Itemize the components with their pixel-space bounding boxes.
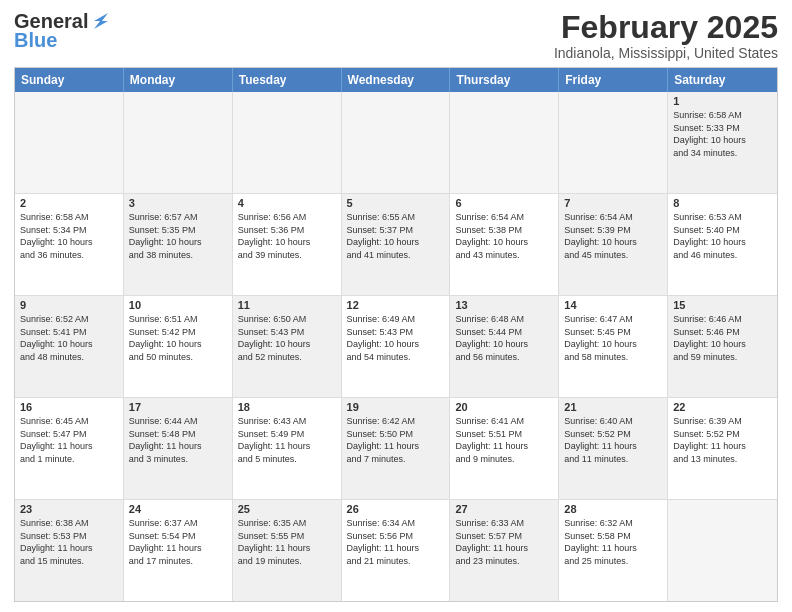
week-row-1: 2Sunrise: 6:58 AM Sunset: 5:34 PM Daylig… [15,194,777,296]
cal-cell-w1-d2: 4Sunrise: 6:56 AM Sunset: 5:36 PM Daylig… [233,194,342,295]
cal-cell-w0-d1 [124,92,233,193]
cal-cell-w1-d3: 5Sunrise: 6:55 AM Sunset: 5:37 PM Daylig… [342,194,451,295]
day-info: Sunrise: 6:51 AM Sunset: 5:42 PM Dayligh… [129,313,227,363]
calendar-header: Sunday Monday Tuesday Wednesday Thursday… [15,68,777,92]
day-number: 26 [347,503,445,515]
calendar-subtitle: Indianola, Mississippi, United States [554,45,778,61]
day-number: 28 [564,503,662,515]
cal-cell-w0-d3 [342,92,451,193]
cal-cell-w3-d5: 21Sunrise: 6:40 AM Sunset: 5:52 PM Dayli… [559,398,668,499]
day-number: 23 [20,503,118,515]
day-number: 3 [129,197,227,209]
day-number: 20 [455,401,553,413]
cal-cell-w2-d2: 11Sunrise: 6:50 AM Sunset: 5:43 PM Dayli… [233,296,342,397]
cal-cell-w3-d6: 22Sunrise: 6:39 AM Sunset: 5:52 PM Dayli… [668,398,777,499]
day-info: Sunrise: 6:53 AM Sunset: 5:40 PM Dayligh… [673,211,772,261]
day-number: 10 [129,299,227,311]
day-info: Sunrise: 6:33 AM Sunset: 5:57 PM Dayligh… [455,517,553,567]
day-info: Sunrise: 6:57 AM Sunset: 5:35 PM Dayligh… [129,211,227,261]
logo-blue: Blue [14,29,57,52]
cal-cell-w3-d1: 17Sunrise: 6:44 AM Sunset: 5:48 PM Dayli… [124,398,233,499]
day-number: 21 [564,401,662,413]
day-info: Sunrise: 6:34 AM Sunset: 5:56 PM Dayligh… [347,517,445,567]
week-row-0: 1Sunrise: 6:58 AM Sunset: 5:33 PM Daylig… [15,92,777,194]
cal-cell-w4-d0: 23Sunrise: 6:38 AM Sunset: 5:53 PM Dayli… [15,500,124,601]
day-info: Sunrise: 6:38 AM Sunset: 5:53 PM Dayligh… [20,517,118,567]
day-info: Sunrise: 6:48 AM Sunset: 5:44 PM Dayligh… [455,313,553,363]
day-info: Sunrise: 6:52 AM Sunset: 5:41 PM Dayligh… [20,313,118,363]
day-number: 22 [673,401,772,413]
day-number: 12 [347,299,445,311]
header-thursday: Thursday [450,68,559,92]
day-info: Sunrise: 6:58 AM Sunset: 5:34 PM Dayligh… [20,211,118,261]
cal-cell-w0-d4 [450,92,559,193]
header: General Blue February 2025 Indianola, Mi… [14,10,778,61]
header-tuesday: Tuesday [233,68,342,92]
day-info: Sunrise: 6:45 AM Sunset: 5:47 PM Dayligh… [20,415,118,465]
cal-cell-w2-d5: 14Sunrise: 6:47 AM Sunset: 5:45 PM Dayli… [559,296,668,397]
day-info: Sunrise: 6:54 AM Sunset: 5:39 PM Dayligh… [564,211,662,261]
day-number: 27 [455,503,553,515]
cal-cell-w0-d5 [559,92,668,193]
day-info: Sunrise: 6:41 AM Sunset: 5:51 PM Dayligh… [455,415,553,465]
day-info: Sunrise: 6:43 AM Sunset: 5:49 PM Dayligh… [238,415,336,465]
day-info: Sunrise: 6:35 AM Sunset: 5:55 PM Dayligh… [238,517,336,567]
cal-cell-w4-d1: 24Sunrise: 6:37 AM Sunset: 5:54 PM Dayli… [124,500,233,601]
day-number: 24 [129,503,227,515]
week-row-4: 23Sunrise: 6:38 AM Sunset: 5:53 PM Dayli… [15,500,777,601]
day-number: 19 [347,401,445,413]
week-row-3: 16Sunrise: 6:45 AM Sunset: 5:47 PM Dayli… [15,398,777,500]
cal-cell-w4-d5: 28Sunrise: 6:32 AM Sunset: 5:58 PM Dayli… [559,500,668,601]
week-row-2: 9Sunrise: 6:52 AM Sunset: 5:41 PM Daylig… [15,296,777,398]
day-number: 8 [673,197,772,209]
day-info: Sunrise: 6:42 AM Sunset: 5:50 PM Dayligh… [347,415,445,465]
page: General Blue February 2025 Indianola, Mi… [0,0,792,612]
day-number: 11 [238,299,336,311]
cal-cell-w3-d4: 20Sunrise: 6:41 AM Sunset: 5:51 PM Dayli… [450,398,559,499]
day-number: 25 [238,503,336,515]
cal-cell-w0-d0 [15,92,124,193]
day-number: 5 [347,197,445,209]
cal-cell-w3-d3: 19Sunrise: 6:42 AM Sunset: 5:50 PM Dayli… [342,398,451,499]
cal-cell-w0-d6: 1Sunrise: 6:58 AM Sunset: 5:33 PM Daylig… [668,92,777,193]
cal-cell-w3-d0: 16Sunrise: 6:45 AM Sunset: 5:47 PM Dayli… [15,398,124,499]
calendar-body: 1Sunrise: 6:58 AM Sunset: 5:33 PM Daylig… [15,92,777,601]
day-info: Sunrise: 6:58 AM Sunset: 5:33 PM Dayligh… [673,109,772,159]
day-info: Sunrise: 6:39 AM Sunset: 5:52 PM Dayligh… [673,415,772,465]
title-block: February 2025 Indianola, Mississippi, Un… [554,10,778,61]
cal-cell-w4-d6 [668,500,777,601]
day-number: 13 [455,299,553,311]
cal-cell-w1-d6: 8Sunrise: 6:53 AM Sunset: 5:40 PM Daylig… [668,194,777,295]
day-number: 1 [673,95,772,107]
day-info: Sunrise: 6:54 AM Sunset: 5:38 PM Dayligh… [455,211,553,261]
cal-cell-w2-d1: 10Sunrise: 6:51 AM Sunset: 5:42 PM Dayli… [124,296,233,397]
cal-cell-w1-d5: 7Sunrise: 6:54 AM Sunset: 5:39 PM Daylig… [559,194,668,295]
day-info: Sunrise: 6:46 AM Sunset: 5:46 PM Dayligh… [673,313,772,363]
cal-cell-w4-d3: 26Sunrise: 6:34 AM Sunset: 5:56 PM Dayli… [342,500,451,601]
header-friday: Friday [559,68,668,92]
logo: General Blue [14,10,112,52]
cal-cell-w1-d4: 6Sunrise: 6:54 AM Sunset: 5:38 PM Daylig… [450,194,559,295]
day-info: Sunrise: 6:32 AM Sunset: 5:58 PM Dayligh… [564,517,662,567]
day-info: Sunrise: 6:47 AM Sunset: 5:45 PM Dayligh… [564,313,662,363]
day-number: 9 [20,299,118,311]
day-info: Sunrise: 6:50 AM Sunset: 5:43 PM Dayligh… [238,313,336,363]
cal-cell-w2-d0: 9Sunrise: 6:52 AM Sunset: 5:41 PM Daylig… [15,296,124,397]
cal-cell-w0-d2 [233,92,342,193]
day-number: 2 [20,197,118,209]
cal-cell-w1-d0: 2Sunrise: 6:58 AM Sunset: 5:34 PM Daylig… [15,194,124,295]
day-info: Sunrise: 6:55 AM Sunset: 5:37 PM Dayligh… [347,211,445,261]
cal-cell-w2-d6: 15Sunrise: 6:46 AM Sunset: 5:46 PM Dayli… [668,296,777,397]
cal-cell-w4-d4: 27Sunrise: 6:33 AM Sunset: 5:57 PM Dayli… [450,500,559,601]
day-number: 14 [564,299,662,311]
calendar-title: February 2025 [554,10,778,45]
day-number: 15 [673,299,772,311]
cal-cell-w2-d4: 13Sunrise: 6:48 AM Sunset: 5:44 PM Dayli… [450,296,559,397]
day-info: Sunrise: 6:37 AM Sunset: 5:54 PM Dayligh… [129,517,227,567]
day-number: 16 [20,401,118,413]
day-info: Sunrise: 6:44 AM Sunset: 5:48 PM Dayligh… [129,415,227,465]
day-number: 17 [129,401,227,413]
day-number: 7 [564,197,662,209]
cal-cell-w1-d1: 3Sunrise: 6:57 AM Sunset: 5:35 PM Daylig… [124,194,233,295]
day-info: Sunrise: 6:56 AM Sunset: 5:36 PM Dayligh… [238,211,336,261]
